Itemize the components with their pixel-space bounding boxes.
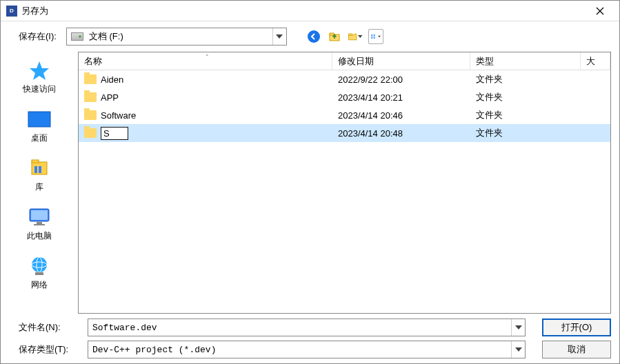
bottom-panel: 文件名(N): 打开(O) 保存类型(T): Dev-C++ project (… bbox=[1, 314, 619, 364]
drive-icon bbox=[71, 32, 83, 41]
svg-rect-23 bbox=[37, 222, 42, 224]
file-date: 2023/4/14 20:21 bbox=[332, 92, 470, 103]
svg-marker-14 bbox=[378, 36, 381, 37]
view-menu-button[interactable] bbox=[368, 29, 383, 44]
file-row[interactable]: APP2023/4/14 20:21文件夹 bbox=[79, 88, 610, 106]
svg-rect-13 bbox=[373, 37, 375, 39]
file-name: Aiden bbox=[101, 74, 123, 85]
svg-rect-12 bbox=[371, 37, 373, 39]
column-header-date[interactable]: 修改日期 bbox=[332, 52, 470, 70]
folder-icon bbox=[84, 74, 97, 84]
svg-rect-19 bbox=[34, 166, 37, 173]
folder-icon bbox=[84, 128, 97, 138]
view-icon bbox=[371, 32, 376, 41]
up-folder-icon bbox=[328, 30, 341, 43]
column-header-size[interactable]: 大 bbox=[581, 52, 610, 70]
svg-rect-18 bbox=[32, 160, 39, 163]
places-bar: 快速访问 桌面 库 bbox=[1, 52, 78, 314]
svg-marker-2 bbox=[276, 34, 283, 39]
filename-label: 文件名(N): bbox=[19, 321, 81, 334]
back-button[interactable] bbox=[306, 29, 321, 44]
place-label: 此电脑 bbox=[1, 230, 78, 242]
libraries-icon bbox=[26, 156, 53, 180]
place-quick-access[interactable]: 快速访问 bbox=[1, 56, 78, 102]
svg-rect-24 bbox=[34, 224, 45, 225]
place-label: 桌面 bbox=[1, 132, 78, 144]
file-rows: Aiden2022/9/22 22:00文件夹APP2023/4/14 20:2… bbox=[79, 70, 610, 313]
file-row[interactable]: 2023/4/14 20:48文件夹 bbox=[79, 124, 610, 142]
file-type: 文件夹 bbox=[470, 109, 581, 121]
lookin-row: 保存在(I): 文档 (F:) bbox=[1, 21, 619, 52]
up-one-level-button[interactable] bbox=[327, 29, 342, 44]
file-name: APP bbox=[101, 92, 119, 103]
quick-access-icon bbox=[26, 59, 53, 82]
svg-rect-22 bbox=[31, 210, 48, 220]
open-button[interactable]: 打开(O) bbox=[542, 318, 611, 336]
svg-rect-10 bbox=[371, 34, 373, 37]
svg-rect-11 bbox=[373, 34, 375, 37]
lookin-value: 文档 (F:) bbox=[88, 30, 272, 43]
close-icon bbox=[596, 7, 604, 15]
file-type: 文件夹 bbox=[470, 127, 581, 139]
lookin-label: 保存在(I): bbox=[19, 30, 57, 43]
svg-rect-20 bbox=[39, 166, 41, 173]
svg-rect-7 bbox=[349, 34, 352, 35]
filetype-label: 保存类型(T): bbox=[19, 343, 81, 356]
filetype-value: Dev-C++ project (*.dev) bbox=[88, 345, 511, 355]
column-header-name[interactable]: 名称 ˄ bbox=[79, 52, 332, 70]
chevron-down-icon[interactable] bbox=[272, 28, 286, 45]
file-name: Software bbox=[101, 110, 136, 121]
place-label: 快速访问 bbox=[1, 83, 78, 95]
place-this-pc[interactable]: 此电脑 bbox=[1, 203, 78, 249]
svg-rect-28 bbox=[35, 272, 43, 275]
file-row[interactable]: Aiden2022/9/22 22:00文件夹 bbox=[79, 70, 610, 88]
app-icon: D bbox=[6, 6, 17, 17]
new-folder-button[interactable] bbox=[348, 29, 363, 44]
svg-rect-5 bbox=[330, 33, 334, 35]
svg-rect-16 bbox=[28, 112, 50, 127]
file-type: 文件夹 bbox=[470, 73, 581, 85]
svg-point-3 bbox=[308, 30, 320, 43]
file-date: 2023/4/14 20:46 bbox=[332, 110, 470, 121]
file-list: 名称 ˄ 修改日期 类型 大 Aiden2022/9/22 22:00文件夹AP… bbox=[78, 52, 611, 314]
place-libraries[interactable]: 库 bbox=[1, 154, 78, 200]
rename-input[interactable] bbox=[101, 127, 128, 140]
chevron-down-icon[interactable] bbox=[511, 341, 525, 358]
new-folder-icon bbox=[348, 30, 358, 43]
svg-marker-30 bbox=[515, 347, 522, 352]
chevron-down-icon bbox=[358, 34, 362, 39]
place-label: 库 bbox=[1, 181, 78, 193]
place-network[interactable]: 网络 bbox=[1, 252, 78, 298]
svg-marker-9 bbox=[358, 35, 362, 38]
filename-input[interactable] bbox=[88, 319, 511, 336]
column-headers: 名称 ˄ 修改日期 类型 大 bbox=[79, 52, 610, 70]
place-desktop[interactable]: 桌面 bbox=[1, 105, 78, 151]
close-button[interactable] bbox=[586, 1, 614, 21]
folder-icon bbox=[84, 110, 97, 120]
file-type: 文件夹 bbox=[470, 91, 581, 103]
sort-indicator-icon: ˄ bbox=[206, 54, 209, 61]
folder-icon bbox=[84, 92, 97, 102]
cancel-button[interactable]: 取消 bbox=[542, 341, 611, 358]
chevron-down-icon bbox=[378, 34, 381, 39]
chevron-down-icon[interactable] bbox=[511, 319, 525, 336]
window-title: 另存为 bbox=[21, 5, 48, 17]
filetype-combo[interactable]: Dev-C++ project (*.dev) bbox=[88, 341, 526, 358]
lookin-combo[interactable]: 文档 (F:) bbox=[66, 28, 287, 46]
network-icon bbox=[26, 254, 53, 278]
nav-toolbar bbox=[306, 29, 383, 44]
desktop-icon bbox=[26, 108, 53, 131]
file-date: 2023/4/14 20:48 bbox=[332, 128, 470, 139]
file-row[interactable]: Software2023/4/14 20:46文件夹 bbox=[79, 106, 610, 124]
title-bar: D 另存为 bbox=[1, 1, 619, 21]
svg-marker-29 bbox=[515, 325, 522, 330]
this-pc-icon bbox=[26, 205, 53, 229]
place-label: 网络 bbox=[1, 279, 78, 291]
file-date: 2022/9/22 22:00 bbox=[332, 74, 470, 85]
back-icon bbox=[307, 30, 321, 43]
svg-marker-15 bbox=[30, 61, 49, 80]
column-header-name-label: 名称 bbox=[84, 55, 102, 68]
column-header-type[interactable]: 类型 bbox=[470, 52, 581, 70]
filename-combo[interactable] bbox=[88, 318, 526, 336]
svg-point-25 bbox=[32, 257, 47, 272]
